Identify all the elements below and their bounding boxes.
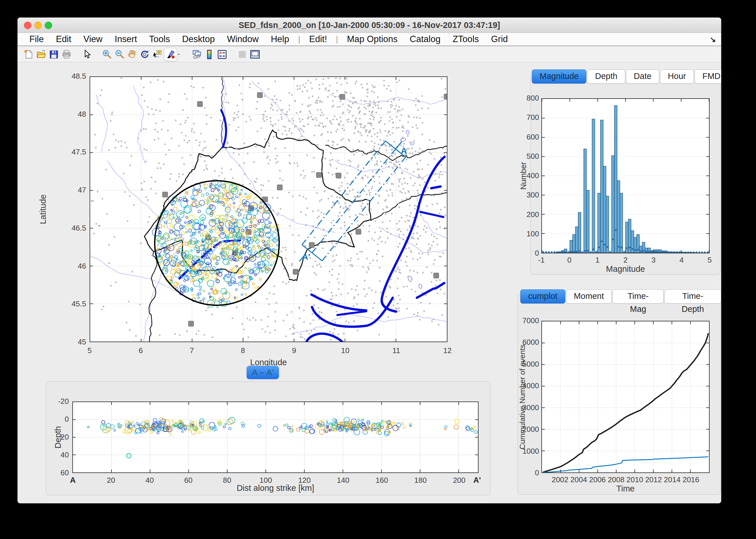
tab-time-depth[interactable]: Time-Depth: [664, 289, 721, 303]
tab-date[interactable]: Date: [626, 69, 659, 84]
menu-item-view[interactable]: View: [77, 34, 108, 44]
xs-xtick-100: 100: [258, 476, 273, 485]
map-xtick-10: 10: [338, 346, 352, 355]
menu-item-edit[interactable]: Edit: [50, 34, 77, 44]
dock-figure-icon: [250, 49, 260, 60]
histogram-canvas: [542, 99, 709, 253]
hist-ytick-100: 100: [518, 229, 539, 238]
menu-item-desktop[interactable]: Desktop: [176, 34, 221, 44]
histogram-plot[interactable]: [541, 98, 710, 253]
desktop: SED_fdsn_2000_on [10-Jan-2000 05:30:09 -…: [0, 0, 756, 539]
menu-item-edit-[interactable]: Edit!: [303, 34, 333, 44]
menu-item-tools[interactable]: Tools: [143, 34, 176, 44]
tab-magnitude[interactable]: Magnitude: [532, 69, 586, 84]
cross-section-canvas: [73, 402, 478, 472]
xs-xtick-160: 160: [375, 476, 389, 485]
xs-end-a-prime: A': [473, 476, 481, 485]
cum-xtick-2016: 2016: [679, 475, 702, 484]
xs-ytick-40: 40: [49, 450, 69, 459]
cumplot-plot[interactable]: [541, 321, 710, 473]
cum-ytick-7000: 7000: [515, 316, 539, 325]
map-xtick-6: 6: [133, 346, 148, 355]
tab-time-mag[interactable]: Time-Mag: [612, 289, 663, 303]
cumplot-tabs: cumplotMomentTime-MagTime-Depth: [520, 289, 721, 303]
pan-hand-icon: [127, 49, 137, 60]
tab-depth[interactable]: Depth: [587, 69, 625, 84]
xs-ytick-0: 0: [49, 415, 69, 424]
xs-xtick-200: 200: [452, 476, 466, 485]
dock-arrow-icon[interactable]: ↘: [710, 33, 716, 46]
map-xtick-9: 9: [287, 346, 301, 355]
menu-item-help[interactable]: Help: [265, 34, 295, 44]
new-document-button[interactable]: [22, 48, 35, 61]
xs-xtick-180: 180: [413, 476, 428, 485]
hist-xlabel: Magnitude: [606, 264, 645, 274]
tab-hour[interactable]: Hour: [660, 69, 694, 84]
menu-item-catalog[interactable]: Catalog: [404, 34, 447, 44]
xs-ytick-60: 60: [49, 468, 69, 477]
hide-plot-tools-icon: [237, 49, 247, 60]
cum-xlabel: Time: [616, 484, 634, 494]
insert-legend-icon: [217, 49, 227, 60]
cum-ytick-6000: 6000: [515, 338, 539, 347]
title-bar[interactable]: SED_fdsn_2000_on [10-Jan-2000 05:30:09 -…: [18, 18, 721, 33]
print-button[interactable]: [60, 48, 73, 61]
map-xtick-11: 11: [389, 346, 404, 355]
menu-item-map-options[interactable]: Map Options: [341, 34, 404, 44]
cross-section-plot[interactable]: [72, 402, 479, 473]
hist-ytick-0: 0: [518, 249, 539, 258]
xs-xtick-60: 60: [181, 476, 196, 485]
map-xtick-7: 7: [185, 346, 199, 355]
hist-ytick-400: 400: [518, 171, 539, 180]
xs-xtick-80: 80: [220, 476, 234, 485]
pointer-button[interactable]: [80, 48, 93, 61]
histogram-tabs: MagnitudeDepthDateHourFMD: [532, 69, 722, 84]
brush-caret-button[interactable]: [177, 48, 183, 61]
rotate-3d-icon: [140, 49, 150, 60]
menu-item-ztools[interactable]: ZTools: [447, 34, 485, 44]
tab-fmd[interactable]: FMD: [695, 69, 722, 84]
tab-moment[interactable]: Moment: [566, 289, 612, 303]
map-ytick-47: 47: [61, 186, 86, 194]
xs-xtick-20: 20: [104, 476, 118, 485]
pointer-icon: [82, 49, 92, 60]
cross-section-button[interactable]: A – A': [246, 366, 279, 379]
zmap-seismicity-window: SED_fdsn_2000_on [10-Jan-2000 05:30:09 -…: [17, 17, 722, 503]
hist-ytick-800: 800: [518, 94, 539, 103]
cum-ytick-4000: 4000: [515, 381, 539, 390]
hist-ytick-700: 700: [518, 113, 539, 122]
zoom-out-button[interactable]: [113, 48, 126, 61]
cumplot-canvas: [542, 321, 709, 472]
menu-item-insert[interactable]: Insert: [108, 34, 143, 44]
menu-item-window[interactable]: Window: [221, 34, 265, 44]
save-button[interactable]: [47, 48, 60, 61]
hist-ytick-500: 500: [518, 152, 539, 161]
open-folder-button[interactable]: [35, 48, 47, 61]
svg-text:A': A': [302, 252, 310, 262]
xs-xtick-40: 40: [143, 476, 157, 485]
insert-legend-button[interactable]: [216, 48, 229, 61]
dock-figure-button[interactable]: [249, 48, 261, 61]
insert-colorbar-button[interactable]: [203, 48, 216, 61]
menu-item-file[interactable]: File: [23, 34, 50, 44]
menu-item-grid[interactable]: Grid: [485, 34, 514, 44]
map-ytick-47.5: 47.5: [61, 148, 86, 157]
brush-button[interactable]: [164, 48, 177, 61]
seismicity-map-plot[interactable]: AA': [90, 76, 447, 342]
pan-hand-button[interactable]: [126, 48, 139, 61]
hist-xtick-2: 2: [618, 256, 633, 265]
data-cursor-button[interactable]: [151, 48, 164, 61]
zoom-in-icon: [102, 49, 112, 60]
map-xtick-12: 12: [440, 346, 455, 355]
zoom-in-button[interactable]: [101, 48, 113, 61]
map-ytick-46: 46: [61, 262, 86, 270]
map-ytick-46.5: 46.5: [61, 224, 86, 233]
link-plots-button[interactable]: [190, 48, 203, 61]
tab-cumplot[interactable]: cumplot: [520, 289, 565, 303]
xs-xtick-120: 120: [297, 476, 312, 485]
svg-text:A: A: [401, 146, 407, 155]
hide-plot-tools-button[interactable]: [236, 48, 249, 61]
rotate-3d-button[interactable]: [139, 48, 151, 61]
menu-bar: FileEditViewInsertToolsDesktopWindowHelp…: [18, 33, 721, 46]
map-xtick-8: 8: [236, 346, 250, 355]
